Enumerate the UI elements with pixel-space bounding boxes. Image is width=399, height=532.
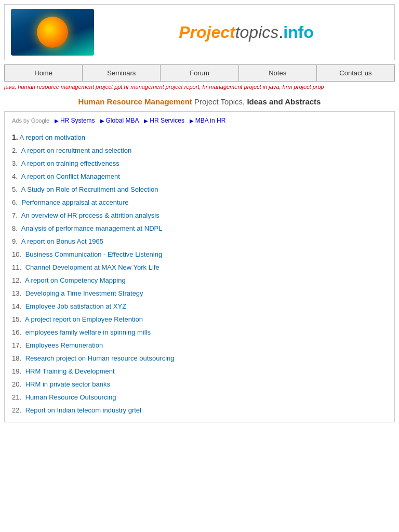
list-item: 1. A report on motivation — [12, 130, 387, 144]
topic-link[interactable]: Business Communication - Effective Liste… — [25, 250, 163, 258]
item-number: 1. — [12, 133, 18, 141]
site-logo — [11, 9, 94, 56]
topic-link[interactable]: A report on training effectiveness — [21, 159, 119, 167]
item-number: 8. — [12, 224, 18, 232]
list-item: 15. A project report on Employee Retenti… — [12, 313, 387, 326]
topic-link[interactable]: A report on motivation — [20, 134, 85, 141]
item-number: 2. — [12, 147, 18, 154]
page-title: Human Resource Management Project Topics… — [4, 97, 395, 106]
ads-label: Ads by Google — [12, 117, 49, 124]
item-number: 15. — [12, 315, 21, 323]
tag-strip: java, human resource management project … — [4, 84, 395, 90]
item-number: 19. — [12, 367, 21, 375]
list-item: 5. A Study on Role of Recruitment and Se… — [12, 183, 387, 196]
item-number: 22. — [12, 406, 21, 414]
item-number: 11. — [12, 263, 21, 271]
list-item: 17. Employees Remuneration — [12, 339, 387, 352]
topic-link[interactable]: Report on Indian telecom industry grtel — [25, 406, 141, 414]
nav-item-forum[interactable]: Forum — [161, 65, 238, 81]
list-item: 4. A report on Conflict Management — [12, 170, 387, 183]
item-number: 10. — [12, 250, 21, 258]
main-content: Ads by Google HR SystemsGlobal MBAHR Ser… — [4, 111, 395, 422]
topic-link[interactable]: Employee Job satisfaction at XYZ — [25, 302, 126, 310]
list-item: 10. Business Communication - Effective L… — [12, 248, 387, 261]
topic-link[interactable]: A Study on Role of Recruitment and Selec… — [21, 185, 158, 193]
topic-link[interactable]: Analysis of performance management at ND… — [21, 224, 163, 232]
topic-link[interactable]: Performance appraisal at accenture — [21, 198, 128, 206]
item-number: 17. — [12, 341, 21, 349]
topic-link[interactable]: A report on Competency Mapping — [25, 276, 126, 284]
list-item: 16. employees family welfare in spinning… — [12, 326, 387, 339]
title-project: Project — [179, 23, 235, 42]
item-number: 20. — [12, 380, 21, 388]
nav-item-contact[interactable]: Contact us — [317, 65, 394, 81]
list-item: 18. Research project on Human resource o… — [12, 352, 387, 365]
page-title-bold: Ideas and Abstracts — [245, 97, 321, 106]
ads-row: Ads by Google HR SystemsGlobal MBAHR Ser… — [12, 117, 387, 124]
topic-link[interactable]: A project report on Employee Retention — [25, 315, 143, 323]
list-item: 13. Developing a Time Investment Strateg… — [12, 287, 387, 300]
topic-link[interactable]: employees family welfare in spinning mil… — [25, 328, 151, 336]
item-number: 13. — [12, 289, 21, 297]
item-number: 3. — [12, 159, 18, 167]
topic-link[interactable]: HRM in private sector banks — [25, 380, 110, 388]
list-item: 6. Performance appraisal at accenture — [12, 196, 387, 209]
list-item: 22. Report on Indian telecom industry gr… — [12, 404, 387, 417]
page-title-hrm: Human Resource Management — [78, 97, 192, 106]
list-item: 12. A report on Competency Mapping — [12, 274, 387, 287]
topic-link[interactable]: Employees Remuneration — [25, 341, 103, 349]
title-dot: . — [278, 23, 283, 42]
topic-link[interactable]: HRM Training & Development — [25, 367, 115, 375]
item-number: 6. — [12, 198, 18, 206]
topic-link[interactable]: Channel Development at MAX New York Life — [25, 263, 159, 271]
nav-item-notes[interactable]: Notes — [239, 65, 317, 81]
topic-link[interactable]: An overview of HR process & attrition an… — [21, 211, 159, 219]
nav-item-seminars[interactable]: Seminars — [83, 65, 161, 81]
list-item: 7. An overview of HR process & attrition… — [12, 209, 387, 222]
topic-link[interactable]: A report on Bonus Act 1965 — [21, 237, 103, 245]
item-number: 4. — [12, 172, 18, 180]
topic-link[interactable]: A report on Conflict Management — [21, 172, 120, 180]
ad-link[interactable]: MBA in HR — [190, 117, 225, 124]
title-info: info — [283, 23, 314, 42]
nav-item-home[interactable]: Home — [5, 65, 83, 81]
list-item: 2. A report on recruitment and selection — [12, 144, 387, 157]
list-item: 20. HRM in private sector banks — [12, 378, 387, 391]
list-item: 11. Channel Development at MAX New York … — [12, 261, 387, 274]
list-item: 3. A report on training effectiveness — [12, 157, 387, 170]
item-number: 21. — [12, 393, 21, 401]
topic-link[interactable]: Human Resource Outsourcing — [25, 393, 116, 401]
site-title: Projecttopics.info — [94, 23, 388, 42]
topic-link[interactable]: A report on recruitment and selection — [21, 147, 131, 154]
item-number: 5. — [12, 185, 18, 193]
item-number: 7. — [12, 211, 18, 219]
logo-background — [11, 9, 94, 56]
ad-link[interactable]: HR Systems — [55, 117, 95, 124]
item-number: 18. — [12, 354, 21, 362]
logo-circle — [37, 17, 68, 48]
list-item: 14. Employee Job satisfaction at XYZ — [12, 300, 387, 313]
list-item: 19. HRM Training & Development — [12, 365, 387, 378]
topics-list: 1. A report on motivation2. A report on … — [12, 130, 387, 417]
ad-link[interactable]: HR Services — [144, 117, 184, 124]
list-item: 9. A report on Bonus Act 1965 — [12, 235, 387, 248]
title-topics: topics — [235, 23, 279, 42]
site-header: Projecttopics.info — [4, 4, 395, 60]
item-number: 9. — [12, 237, 18, 245]
item-number: 16. — [12, 328, 21, 336]
item-number: 14. — [12, 302, 21, 310]
topic-link[interactable]: Research project on Human resource outso… — [25, 354, 175, 362]
ad-link[interactable]: Global MBA — [100, 117, 139, 124]
topic-link[interactable]: Developing a Time Investment Strategy — [25, 289, 143, 297]
list-item: 8. Analysis of performance management at… — [12, 222, 387, 235]
list-item: 21. Human Resource Outsourcing — [12, 391, 387, 404]
page-title-rest: Project Topics, — [192, 97, 245, 106]
item-number: 12. — [12, 276, 21, 284]
main-nav: HomeSeminarsForumNotesContact us — [4, 64, 395, 82]
